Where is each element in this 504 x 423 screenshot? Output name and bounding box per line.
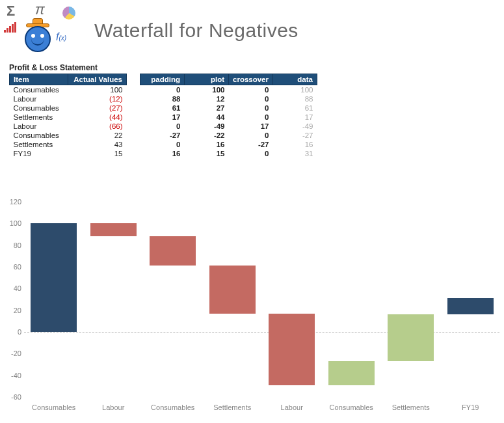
cell-item: Settlements (10, 113, 68, 122)
logo-cluster: Σ π f(x) (4, 3, 88, 61)
cell-item: Labour (10, 122, 68, 131)
col-item: Item (10, 74, 68, 85)
cell-plot: 44 (185, 113, 229, 122)
table-calc-wrap: padding plot crossover data 010001008812… (140, 74, 317, 158)
waterfall-bar (209, 266, 256, 313)
cell-padding: 0 (140, 122, 185, 131)
cell-item: Settlements (10, 140, 68, 149)
y-tick-label: -40 (5, 372, 21, 379)
signal-bars-icon (4, 22, 16, 33)
x-tick-label: Consumables (25, 403, 83, 411)
cell-padding: 17 (140, 113, 185, 122)
table-row: Consumables(27) (10, 103, 127, 113)
y-tick-label: 0 (5, 328, 21, 336)
cell-crossover: 0 (229, 103, 273, 113)
mascot-icon (22, 22, 53, 53)
cell-padding: -27 (140, 131, 185, 140)
y-tick-label: 100 (5, 219, 21, 227)
table-row: Consumables100 (10, 85, 127, 95)
table-row: Labour(66) (10, 122, 127, 131)
cell-data: -27 (273, 131, 317, 140)
y-tick-label: 20 (5, 307, 21, 314)
chart-plot-area: -60-40-20020406080100120ConsumablesLabou… (23, 202, 499, 397)
waterfall-bar (269, 314, 315, 385)
waterfall-bar (388, 314, 434, 361)
table-row: 1615031 (140, 149, 317, 158)
cell-plot: 16 (185, 140, 229, 149)
table-row: 016-2716 (140, 140, 317, 149)
table-row: 6127061 (140, 103, 317, 113)
table-row: 1744017 (140, 113, 317, 122)
table-row: 0-4917-49 (140, 122, 317, 131)
table-row: -27-220-27 (140, 131, 317, 140)
cell-padding: 0 (140, 140, 185, 149)
cell-crossover: 0 (229, 113, 273, 122)
x-tick-label: FY19 (441, 403, 499, 411)
sigma-icon: Σ (7, 3, 15, 20)
cell-crossover: 17 (229, 122, 273, 131)
col-plot: plot (185, 74, 229, 85)
table-row: FY1915 (10, 149, 127, 158)
cell-item: Consumables (10, 103, 68, 113)
cell-actual: 22 (68, 131, 127, 140)
x-tick-label: Settlements (382, 403, 440, 411)
x-tick-label: Labour (263, 403, 321, 411)
cell-crossover: -27 (229, 140, 273, 149)
cell-actual: 43 (68, 140, 127, 149)
y-tick-label: 120 (5, 198, 21, 206)
cell-actual: 15 (68, 149, 127, 158)
cell-plot: 12 (185, 94, 229, 103)
cell-item: Consumables (10, 131, 68, 140)
cell-plot: 100 (185, 85, 229, 95)
cell-item: FY19 (10, 149, 68, 158)
cell-crossover: 0 (229, 94, 273, 103)
cell-crossover: 0 (229, 85, 273, 95)
col-padding: padding (140, 74, 185, 85)
waterfall-bar (31, 223, 77, 332)
table-calc: padding plot crossover data 010001008812… (140, 74, 317, 158)
x-tick-label: Consumables (144, 403, 202, 411)
table-row: 8812088 (140, 94, 317, 103)
waterfall-bar (90, 223, 137, 236)
cell-padding: 61 (140, 103, 185, 113)
y-tick-label: -60 (5, 393, 21, 401)
tables-area: Profit & Loss Statement Item Actual Valu… (9, 63, 504, 158)
cell-actual: (27) (68, 103, 127, 113)
table-row: Settlements(44) (10, 113, 127, 122)
y-tick-label: 80 (5, 241, 21, 249)
fx-icon: f(x) (56, 31, 66, 43)
header: Σ π f(x) Waterfall for Negatives (0, 0, 504, 62)
cell-item: Labour (10, 94, 68, 103)
cell-padding: 16 (140, 149, 185, 158)
cell-data: 17 (273, 113, 317, 122)
col-actual: Actual Values (68, 74, 127, 85)
cell-data: 61 (273, 103, 317, 113)
cell-plot: 27 (185, 103, 229, 113)
cell-plot: -49 (185, 122, 229, 131)
y-tick-label: -20 (5, 349, 21, 357)
x-tick-label: Settlements (203, 403, 261, 411)
cell-data: 16 (273, 140, 317, 149)
waterfall-bar (328, 361, 375, 385)
cell-plot: -22 (185, 131, 229, 140)
table-row: 01000100 (140, 85, 317, 95)
waterfall-bar (150, 236, 196, 266)
cell-data: 100 (273, 85, 317, 95)
cell-crossover: 0 (229, 149, 273, 158)
table-row: Consumables22 (10, 131, 127, 140)
cell-padding: 0 (140, 85, 185, 95)
col-data: data (273, 74, 317, 85)
page-title: Waterfall for Negatives (94, 20, 298, 42)
cell-actual: (12) (68, 94, 127, 103)
cell-crossover: 0 (229, 131, 273, 140)
x-tick-label: Consumables (322, 403, 380, 411)
cell-padding: 88 (140, 94, 185, 103)
pie-chart-icon (62, 7, 75, 20)
y-tick-label: 60 (5, 263, 21, 271)
x-tick-label: Labour (84, 403, 142, 411)
cell-data: 88 (273, 94, 317, 103)
cell-data: 31 (273, 149, 317, 158)
table-row: Labour(12) (10, 94, 127, 103)
pi-icon: π (35, 1, 45, 18)
cell-actual: 100 (68, 85, 127, 95)
